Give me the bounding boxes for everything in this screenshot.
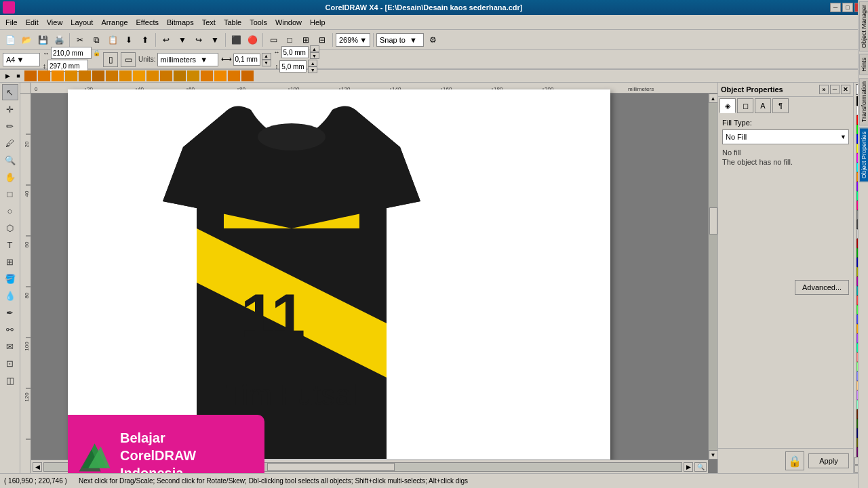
timeline-tab-2[interactable] [52,70,64,81]
shadow-tool[interactable]: ◫ [2,372,18,388]
menu-item-arrange[interactable]: Arrange [97,17,132,28]
canvas-wrapper[interactable]: 0 20 40 60 80 100 120 140 160 180 [20,83,717,473]
print-button[interactable]: 🖨️ [52,33,66,47]
units-dropdown[interactable]: millimeters ▼ [157,53,218,66]
bezier-tool[interactable]: 🖊 [2,135,18,151]
minimize-button[interactable]: ─ [830,3,841,12]
hscroll-right-button[interactable]: ▶ [684,462,693,472]
timeline-tab-0[interactable] [24,70,37,81]
transform1-button[interactable]: ⬛ [229,33,243,47]
timeline-tab-12[interactable] [187,70,199,81]
step-up-button[interactable]: ▲ [262,53,271,60]
transform2-button[interactable]: 🔴 [245,33,260,47]
nudge1-up[interactable]: ▲ [310,45,319,52]
menu-item-tools[interactable]: Tools [245,17,271,28]
nudge1-input[interactable] [281,46,309,58]
extrude-tool[interactable]: ⊡ [2,355,18,371]
polygon-tool[interactable]: ⬡ [2,220,18,236]
timeline-tab-13[interactable] [201,70,213,81]
panel-tab2[interactable]: Hints [859,54,869,75]
snap-to-dropdown[interactable]: Snap to ▼ [376,33,424,47]
timeline-tab-5[interactable] [92,70,104,81]
timeline-tab-10[interactable] [160,70,172,81]
freehand-tool[interactable]: ✏ [2,118,18,134]
redo-button[interactable]: ↪ [191,33,206,47]
step-down-button[interactable]: ▼ [262,60,271,66]
page-canvas[interactable]: 11 Tim Futsal Belajar CorelDRA [68,89,610,473]
fill-type-select[interactable]: No Fill Uniform Fill Fountain Fill Patte… [722,129,849,144]
menu-item-bitmaps[interactable]: Bitmaps [163,17,198,28]
menu-item-window[interactable]: Window [271,17,306,28]
width-input[interactable] [51,47,92,59]
pick-tool[interactable]: ✛ [2,101,18,117]
vscroll-thumb[interactable] [709,207,717,235]
zoom-dropdown[interactable]: 269% ▼ [336,33,370,47]
panel-tab3[interactable]: Transformation [859,78,869,125]
advanced-button[interactable]: Advanced... [795,280,849,295]
nudge2-up[interactable]: ▲ [308,60,317,66]
portrait-button[interactable]: ▯ [103,52,118,67]
rect-tool[interactable]: □ [2,186,18,202]
export-button[interactable]: ⬆ [138,33,153,47]
panel-minimize-button[interactable]: ─ [830,85,840,94]
menu-item-file[interactable]: File [1,17,22,28]
hscroll-left-button[interactable]: ◀ [33,462,42,472]
timeline-tab-8[interactable] [133,70,145,81]
open-button[interactable]: 📂 [19,33,34,47]
vscroll-track[interactable] [709,103,718,450]
character-tab[interactable]: A [755,98,771,113]
table-tool[interactable]: ⊞ [2,253,18,270]
timeline-tab-4[interactable] [79,70,91,81]
zoom-tool[interactable]: 🔍 [2,152,18,168]
lock-button[interactable]: 🔒 [785,451,804,470]
fill-tool[interactable]: 🪣 [2,270,18,287]
new-button[interactable]: 📄 [3,33,18,47]
landscape-button[interactable]: ▭ [121,52,136,67]
timeline-tab-9[interactable] [146,70,159,81]
hscroll-thumb[interactable] [267,463,395,471]
timeline-stop-button[interactable]: ■ [14,71,23,81]
text-tool[interactable]: T [2,237,18,253]
outline-tab[interactable]: ◻ [737,98,753,113]
nudge2-input[interactable] [279,60,307,73]
menu-item-view[interactable]: View [43,17,67,28]
panel-expand-button[interactable]: » [819,85,829,94]
nudge1-down[interactable]: ▼ [310,52,319,59]
panel-tab4[interactable]: Object Properties [859,128,869,182]
timeline-tab-3[interactable] [65,70,77,81]
maximize-button[interactable]: □ [842,3,853,12]
timeline-tab-14[interactable] [214,70,226,81]
step-input[interactable] [233,54,260,66]
timeline-tab-15[interactable] [228,70,240,81]
menu-item-layout[interactable]: Layout [66,17,97,28]
menu-item-table[interactable]: Table [220,17,245,28]
timeline-tab-16[interactable] [241,70,254,81]
fill-tab[interactable]: ◈ [719,98,736,113]
undo-dropdown[interactable]: ▼ [175,33,190,47]
copy-button[interactable]: ⧉ [89,33,104,47]
select-tool[interactable]: ↖ [2,84,18,100]
timeline-play-button[interactable]: ▶ [3,71,12,81]
import-button[interactable]: ⬇ [121,33,136,47]
outline-tool[interactable]: ✒ [2,304,18,321]
zoom-fit-button[interactable]: 🔍 [694,462,707,472]
paragraph-tab[interactable]: ¶ [772,98,789,113]
panel-close-button[interactable]: ✕ [841,85,850,94]
timeline-tab-7[interactable] [119,70,132,81]
timeline-tab-11[interactable] [174,70,186,81]
menu-item-text[interactable]: Text [198,17,220,28]
menu-item-edit[interactable]: Edit [22,17,43,28]
page-size-dropdown[interactable]: A4 ▼ [3,53,40,66]
pan-tool[interactable]: ✋ [2,169,18,185]
ellipse-tool[interactable]: ○ [2,203,18,219]
vscroll-down-button[interactable]: ▼ [709,450,718,460]
timeline-tab-6[interactable] [106,70,118,81]
nudge2-down[interactable]: ▼ [308,66,317,73]
vscroll-up-button[interactable]: ▲ [709,94,718,103]
eyedrop-tool[interactable]: 💧 [2,287,18,304]
menu-item-help[interactable]: Help [306,17,330,28]
blend-tool[interactable]: ⚯ [2,321,18,338]
timeline-tab-1[interactable] [38,70,50,81]
redo-dropdown[interactable]: ▼ [208,33,222,47]
menu-item-effects[interactable]: Effects [132,17,163,28]
